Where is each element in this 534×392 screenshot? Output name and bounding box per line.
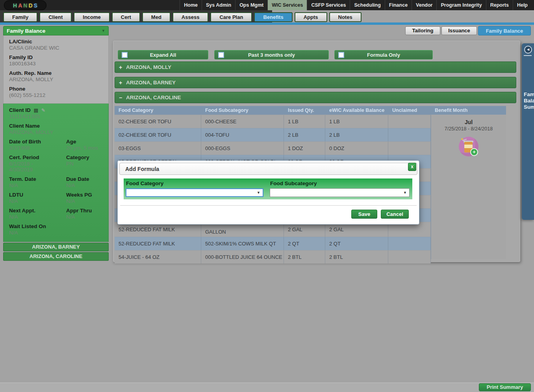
- accordion-arizona-molly[interactable]: + ARIZONA, MOLLY: [115, 61, 516, 73]
- expand-all-button[interactable]: Expand All: [118, 50, 208, 59]
- expand-all-checkbox[interactable]: [122, 52, 128, 58]
- food-category-select[interactable]: ▼: [126, 188, 263, 197]
- app-window: HANDS HomeSys AdminOps MgmtWIC ServicesC…: [0, 0, 534, 392]
- column-header-unclaimed: Unclaimed: [388, 106, 431, 115]
- cell-qty: 1 DOZ: [284, 142, 325, 155]
- modal-divider: [120, 205, 417, 206]
- nav-item-program-integrity[interactable]: Program Integrity: [436, 0, 486, 10]
- cell-bal: 2 QT: [325, 237, 388, 250]
- past-3-months-button[interactable]: Past 3 months only: [214, 50, 329, 59]
- field-value: 20 yrs, 5 mos: [66, 145, 113, 151]
- top-nav-bar: HANDS HomeSys AdminOps MgmtWIC ServicesC…: [0, 0, 534, 10]
- cell-fc: 03-EGGS: [115, 142, 201, 155]
- info-field-auth-rep-name: Auth. Rep. NameARIZONA, MOLLY: [9, 70, 106, 82]
- tab-med[interactable]: Med: [142, 12, 171, 22]
- logo-letter: D: [28, 2, 32, 9]
- tab-income[interactable]: Income: [74, 12, 110, 22]
- client-field-term-date: Term. DateN/A: [9, 176, 66, 188]
- nav-item-wic-services[interactable]: WIC Services: [267, 0, 307, 10]
- formula-only-checkbox[interactable]: [338, 52, 344, 58]
- nav-item-csfp-services[interactable]: CSFP Services: [307, 0, 350, 10]
- nav-item-finance[interactable]: Finance: [385, 0, 412, 10]
- nav-item-scheduling[interactable]: Scheduling: [350, 0, 384, 10]
- expand-icon: +: [119, 64, 126, 71]
- tab-family-balance[interactable]: Family Balance: [478, 26, 531, 35]
- field-value: ARIZONA, MOLLY: [9, 76, 106, 82]
- accordion-arizona-caroline[interactable]: − ARIZONA, CAROLINE: [115, 92, 516, 103]
- modal-form-band: Food Category Food Subcategory ▼ ▼: [124, 178, 412, 199]
- cancel-button[interactable]: Cancel: [381, 210, 409, 219]
- nav-item-ops-mgmt[interactable]: Ops Mgmt: [235, 0, 267, 10]
- accordion-arizona-barney[interactable]: + ARIZONA, BARNEY: [115, 77, 516, 88]
- benefit-month-name: Jul: [431, 119, 506, 125]
- tab-tailoring[interactable]: Tailoring: [405, 26, 440, 35]
- family-balance-dropdown[interactable]: Family Balance ▼: [3, 26, 109, 35]
- tab-cert[interactable]: Cert: [112, 12, 140, 22]
- cell-qty: 2 BTL: [284, 251, 325, 264]
- member-button-arizona-barney[interactable]: ARIZONA, BARNEY: [3, 243, 109, 251]
- print-summary-button[interactable]: Print Summary: [479, 383, 531, 391]
- cell-sc: 000-BOTTLED JUICE 64 OUNCE: [201, 251, 284, 264]
- client-field-appr-thru: Appr ThruN/A: [66, 208, 113, 220]
- client-id-value: 11111421385: [9, 113, 106, 119]
- family-member-buttons: ARIZONA, BARNEYARIZONA, CAROLINE: [3, 243, 109, 261]
- tab-issuance[interactable]: Issuance: [441, 26, 477, 35]
- panel-divider: [524, 55, 532, 56]
- field-label: Age: [66, 139, 113, 145]
- tab-benefits[interactable]: Benefits: [254, 12, 292, 22]
- can-label-icon: [464, 145, 473, 148]
- chevron-down-icon: ▼: [403, 191, 407, 195]
- close-icon[interactable]: x: [408, 163, 416, 171]
- save-button[interactable]: Save: [351, 210, 377, 219]
- collapse-arrow-icon[interactable]: ◀: [524, 46, 532, 54]
- food-subcategory-select[interactable]: ▼: [270, 188, 410, 197]
- sidebar-header-label: Family Balance: [7, 28, 45, 34]
- wait-listed-value: N/A: [9, 230, 106, 236]
- client-id-label: Client ID: [9, 107, 31, 113]
- cell-bal: 0 DOZ: [325, 142, 388, 155]
- tab-appts[interactable]: Appts: [295, 12, 327, 22]
- tab-family[interactable]: Family: [3, 12, 37, 22]
- field-label: Term. Date: [9, 176, 66, 182]
- card-icon[interactable]: ▤: [34, 108, 38, 113]
- tab-assess[interactable]: Assess: [172, 12, 209, 22]
- field-value: N/A: [66, 198, 113, 204]
- nav-item-home[interactable]: Home: [180, 0, 202, 10]
- nav-item-sys-admin[interactable]: Sys Admin: [202, 0, 235, 10]
- field-label: Next Appt.: [9, 208, 66, 214]
- cell-fc: 52-REDUCED FAT MILK: [115, 237, 201, 250]
- field-label: Appr Thru: [66, 208, 113, 214]
- client-field-age: Age20 yrs, 5 mos: [66, 139, 113, 151]
- family-balance-summary-panel[interactable]: ◀ Family Balance Summary: [522, 43, 534, 220]
- family-balance-sidebar: Family Balance ▼ LA/ClinicCASA GRANDE WI…: [3, 26, 109, 261]
- cell-sc: 502-SKIM/1% COWS MILK QT: [201, 237, 284, 250]
- edit-icon[interactable]: ✎: [41, 108, 45, 113]
- tab-client[interactable]: Client: [39, 12, 72, 22]
- formula-only-button[interactable]: Formula Only: [334, 50, 433, 59]
- field-value: 180016343: [9, 61, 106, 67]
- nav-item-vendor[interactable]: Vendor: [412, 0, 436, 10]
- tab-care-plan[interactable]: Care Plan: [210, 12, 252, 22]
- nav-item-help[interactable]: Help: [513, 0, 532, 10]
- tab-notes[interactable]: Notes: [329, 12, 362, 22]
- column-header-food-category: Food Category: [115, 106, 201, 115]
- accordion-label: ARIZONA, BARNEY: [126, 80, 176, 85]
- client-field-cert-period: Cert. Period6/1/2018 - 4/30/2019: [9, 154, 66, 173]
- past-3-months-checkbox[interactable]: [218, 52, 224, 58]
- nav-item-reports[interactable]: Reports: [486, 0, 513, 10]
- cell-sc: 000-CHEESE: [201, 115, 284, 128]
- expand-icon: +: [119, 80, 126, 86]
- logo-letter: H: [13, 2, 17, 9]
- cell-unc: [388, 115, 431, 128]
- member-button-arizona-caroline[interactable]: ARIZONA, CAROLINE: [3, 252, 109, 261]
- logo-letter: S: [34, 2, 37, 9]
- food-subcategory-label: Food Subcategory: [270, 180, 317, 186]
- spoon-scoop-icon: [461, 138, 463, 140]
- cell-qty: 1 LB: [284, 115, 325, 128]
- footer-bar: [0, 383, 534, 392]
- collapse-icon: −: [119, 95, 126, 101]
- client-field-category: CategoryPN: [66, 154, 113, 173]
- cell-bal: 2 BTL: [325, 251, 388, 264]
- cell-bal: 1 LB: [325, 115, 388, 128]
- add-formula-can-icon[interactable]: +: [459, 137, 478, 156]
